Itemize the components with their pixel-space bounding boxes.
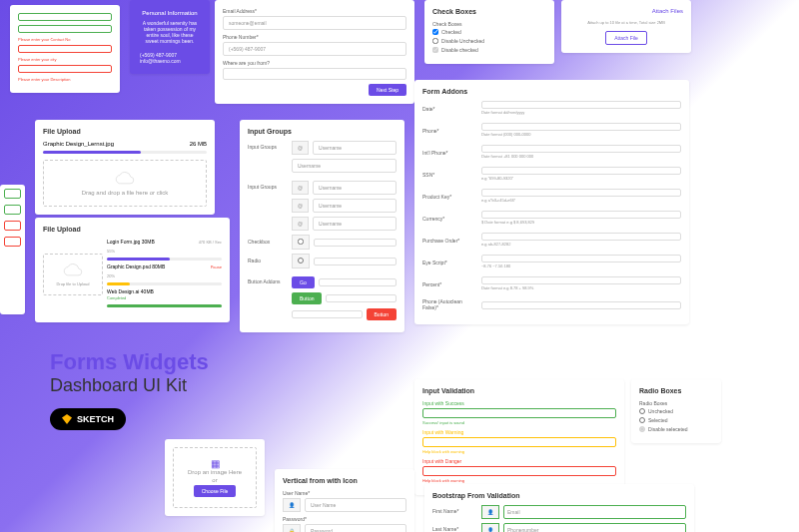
bs-title: Bootstrap From Validation xyxy=(432,492,686,499)
fn-input[interactable]: Email xyxy=(503,505,686,519)
user-icon: 👤 xyxy=(481,505,499,519)
user-icon: @ xyxy=(292,199,309,213)
ig-input[interactable]: Username xyxy=(313,141,397,155)
f3: Web Design.ai 40MB xyxy=(107,288,222,294)
radio-2[interactable]: Selected xyxy=(639,417,713,423)
attach-link[interactable]: Attach Files xyxy=(569,8,683,14)
lock-icon: 🔒 xyxy=(283,524,301,532)
attach-button[interactable]: Attach File xyxy=(605,31,647,45)
desc: A wonderful serenity has taken possessio… xyxy=(140,20,200,44)
error: Please enter your city xyxy=(18,57,112,62)
next-button[interactable]: Next Step xyxy=(369,84,406,96)
user-icon: @ xyxy=(292,141,309,155)
input-warning[interactable] xyxy=(422,437,616,447)
input[interactable] xyxy=(18,25,112,33)
ig-input[interactable]: Username xyxy=(313,181,397,195)
choose-file-button[interactable]: Choose File xyxy=(194,485,237,497)
ig-input[interactable]: Username xyxy=(313,199,397,213)
vf-title: Vertical from with Icon xyxy=(283,477,406,484)
title-1: Forms Widgets xyxy=(50,349,209,375)
checkboxes-title: Check Boxes xyxy=(432,8,546,15)
addons-title: Form Addons xyxy=(422,88,681,95)
ig-title: Input Groups xyxy=(248,128,397,135)
fu1-title: File Upload xyxy=(43,128,207,135)
phone-label: Phone Number* xyxy=(223,34,406,40)
f2-status: Pause xyxy=(211,265,222,269)
ig-input[interactable]: Username xyxy=(292,159,397,173)
email-label: Email Address* xyxy=(223,8,406,14)
input-danger[interactable] xyxy=(422,466,616,476)
where-input[interactable] xyxy=(223,68,406,80)
title-block: Forms Widgets Dashboard UI Kit SKETCH xyxy=(50,349,209,430)
title-2: Dashboard UI Kit xyxy=(50,375,209,396)
file-name: Graphic Design_Lernst.jpg xyxy=(43,141,186,147)
f1: Login Form.jpg 30MB xyxy=(107,239,195,245)
ln-input[interactable]: Phonenumber xyxy=(503,523,686,532)
cb-label: Check Boxes xyxy=(432,21,546,27)
dropzone[interactable]: Drop file to Upload xyxy=(43,254,103,295)
user-icon: @ xyxy=(292,217,309,231)
email: info@thaemo.com xyxy=(140,58,200,64)
cb-1[interactable]: Checked xyxy=(432,29,546,35)
user-icon: 👤 xyxy=(283,498,301,512)
val-title: Input Validation xyxy=(422,387,616,394)
input-success[interactable] xyxy=(422,408,616,418)
input[interactable] xyxy=(18,45,112,53)
cloud-icon xyxy=(115,171,135,185)
email-input[interactable]: someone@email xyxy=(223,16,406,30)
dropzone[interactable]: Drag and drop a file here or click xyxy=(43,160,207,207)
username-input[interactable]: User Name xyxy=(305,498,406,512)
button-red[interactable]: Button xyxy=(367,308,397,320)
image-dropzone[interactable]: ▦ Drop an image Here or Choose File xyxy=(173,447,257,508)
error: Please enter your Description xyxy=(18,77,112,82)
cb-3[interactable]: Disable checked xyxy=(432,47,546,53)
cloud-icon xyxy=(63,263,83,276)
password-input[interactable]: Password xyxy=(305,524,406,532)
attach-hint: Attach up to 10 file at a time, Total si… xyxy=(569,20,683,25)
where-label: Where are you from? xyxy=(223,60,406,66)
error: Please enter your Contact No xyxy=(18,37,112,42)
user-icon: @ xyxy=(292,181,309,195)
file-size: 26 MB xyxy=(190,141,207,147)
radio-1[interactable]: Unchecked xyxy=(639,408,713,414)
radio-title: Radio Boxes xyxy=(639,387,713,394)
input[interactable] xyxy=(18,13,112,21)
radio-3[interactable]: Disable seleceted xyxy=(639,426,713,432)
go-button[interactable]: Go xyxy=(292,276,315,288)
input[interactable] xyxy=(18,65,112,73)
f2: Graphic Design.psd 80MB xyxy=(107,264,207,269)
ig-input[interactable]: Username xyxy=(313,217,397,231)
heading: Personal Information xyxy=(140,10,200,16)
sketch-badge: SKETCH xyxy=(50,408,126,430)
cb-2[interactable]: Disable Unchecked xyxy=(432,38,546,44)
f1-meta: 470 KB / Sec xyxy=(199,240,222,245)
phone-input[interactable]: (+569) 487-9007 xyxy=(223,42,406,56)
user-icon: 👤 xyxy=(481,523,499,532)
fu2-title: File Upload xyxy=(43,226,222,233)
button-green[interactable]: Button xyxy=(292,292,322,304)
